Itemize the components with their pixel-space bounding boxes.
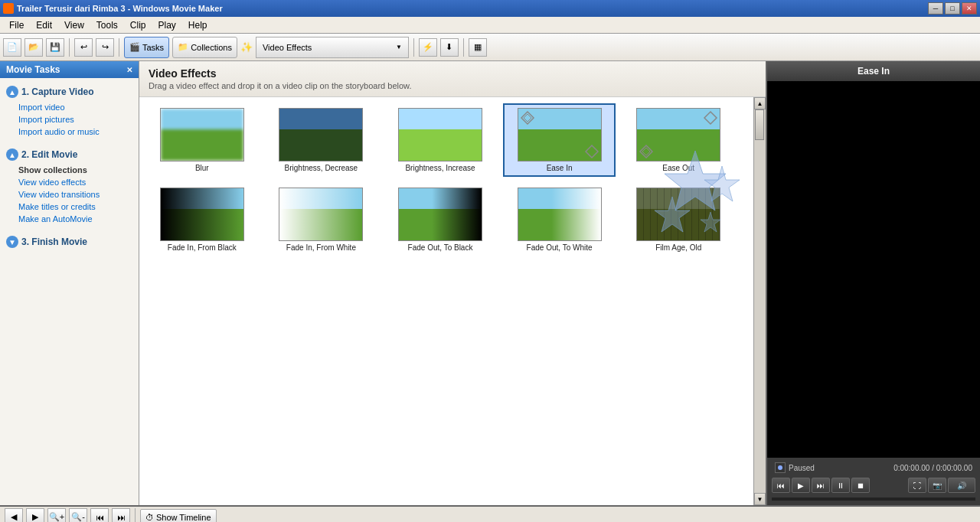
preview-skip-back-button[interactable]: ⏮ [772,478,790,493]
maximize-button[interactable]: □ [945,2,960,15]
tasks-button[interactable]: 🎬 Tasks [124,37,169,58]
preview-volume-button[interactable]: 🔊 [948,478,975,493]
redo-button[interactable]: ↪ [96,38,114,57]
toolbar: 📄 📂 💾 ↩ ↪ 🎬 Tasks 📁 Collections ✨ Video … [0,34,980,61]
import-button[interactable]: ⬇ [440,38,459,57]
ease-in-arrows-icon [520,110,535,126]
svg-marker-3 [704,112,717,124]
effect-ease-out[interactable]: Ease Out [622,103,735,177]
effect-brightness-increase[interactable]: Brightness, Increase [384,103,497,177]
edit-movie-section: ▲ 2. Edit Movie Show collections View vi… [0,141,139,228]
menu-item-file[interactable]: File [3,18,30,32]
make-automovie-link[interactable]: Make an AutoMovie [0,213,139,225]
fade-in-white-overlay [279,188,362,240]
effect-ease-in-thumb [518,108,602,161]
content-title: Video Effects [149,67,756,80]
tasks-label: Tasks [142,43,164,52]
preview-progress-bar[interactable] [772,498,975,501]
titlebar-title-area: Trailer Terusir dari Rimba 3 - Windows M… [3,3,223,14]
scroll-up-button[interactable]: ▲ [754,97,766,109]
capture-video-icon: ▲ [6,86,18,98]
preview-time-display: 0:00:00.00 / 0:00:00.00 [893,464,972,472]
save-button[interactable]: 💾 [46,38,64,57]
effect-fade-in-black[interactable]: Fade In, From Black [145,183,259,256]
effect-ease-in-label: Ease In [547,164,573,172]
effects-dropdown-label: Video Effects [263,43,312,52]
toolbar-separator-2 [119,38,119,57]
effect-fade-out-black[interactable]: Fade Out, To Black [384,183,497,256]
toolbar-separator-4 [463,38,464,57]
storyboard-back-button[interactable]: ◀ [5,508,23,523]
effect-ease-in[interactable]: Ease In [503,103,616,177]
effect-fade-in-black-thumb [160,188,244,241]
content-subtitle: Drag a video effect and drop it on a vid… [149,81,756,90]
open-button[interactable]: 📂 [24,38,43,57]
menu-item-tools[interactable]: Tools [90,18,124,32]
effect-fade-in-white[interactable]: Fade In, From White [265,183,378,256]
app-icon [3,3,14,14]
menu-item-help[interactable]: Help [182,18,214,32]
storyboard-separator [135,508,136,523]
storyboard-zoom-in-button[interactable]: 🔍+ [47,508,66,523]
menu-item-edit[interactable]: Edit [30,18,58,32]
fade-in-white-landscape [279,188,362,240]
capture-button[interactable]: ⚡ [419,38,437,57]
preview-fullscreen-button[interactable]: ⛶ [908,478,926,493]
menu-item-play[interactable]: Play [152,18,182,32]
effect-fade-out-white[interactable]: Fade Out, To White [503,183,616,256]
fade-out-white-landscape [518,188,601,240]
minimize-button[interactable]: ─ [928,2,943,15]
fade-out-black-landscape [399,188,482,240]
capture-video-title[interactable]: ▲ 1. Capture Video [0,81,139,101]
menu-item-view[interactable]: View [58,18,90,32]
svg-marker-2 [586,145,598,158]
capture-video-label: 1. Capture Video [21,86,93,97]
effect-film-age-old[interactable]: Film Age, Old [622,183,735,256]
view-video-effects-link[interactable]: View video effects [0,176,139,188]
effect-blur[interactable]: Blur [145,103,259,177]
preview-camera-button[interactable]: 📷 [928,478,946,493]
effects-dropdown-wrapper: ✨ Video Effects ▼ [240,37,409,58]
effect-film-age-old-thumb [636,188,720,241]
show-collections-link[interactable]: Show collections [0,164,139,176]
edit-movie-title[interactable]: ▲ 2. Edit Movie [0,144,139,164]
storyboard-prev-clip-button[interactable]: ⏮ [90,508,109,523]
view-transitions-link[interactable]: View video transitions [0,188,139,201]
make-titles-link[interactable]: Make titles or credits [0,201,139,213]
preview-controls: Paused 0:00:00.00 / 0:00:00.00 ⏮ ▶ ⏭ ⏸ ⏹… [767,458,980,505]
svg-marker-5 [642,148,650,155]
scroll-down-button[interactable]: ▼ [754,493,766,505]
new-button[interactable]: 📄 [3,38,21,57]
svg-marker-1 [524,114,531,122]
effect-fade-out-black-label: Fade Out, To Black [408,243,473,252]
effect-ease-out-label: Ease Out [662,164,694,172]
finish-movie-title[interactable]: ▼ 3. Finish Movie [0,231,139,251]
layout-button[interactable]: ▦ [469,38,487,57]
close-panel-button[interactable]: ✕ [126,66,132,74]
bright-landscape [399,109,482,161]
dropdown-arrow-icon: ▼ [396,44,402,51]
effect-brightness-decrease[interactable]: Brightness, Decrease [265,103,378,177]
titlebar: Trailer Terusir dari Rimba 3 - Windows M… [0,0,980,17]
preview-pause-button[interactable]: ⏸ [831,478,850,493]
undo-button[interactable]: ↩ [74,38,93,57]
scroll-thumb[interactable] [755,109,764,140]
import-pictures-link[interactable]: Import pictures [0,113,139,126]
finish-movie-label: 3. Finish Movie [21,237,87,247]
storyboard-forward-button[interactable]: ▶ [26,508,44,523]
collections-button[interactable]: 📁 Collections [172,37,237,58]
preview-play-button[interactable]: ▶ [792,478,810,493]
main-area: Movie Tasks ✕ ▲ 1. Capture Video Import … [0,61,980,505]
preview-skip-forward-button[interactable]: ⏭ [812,478,830,493]
close-button[interactable]: ✕ [962,2,977,15]
old-film-lines-overlay [637,188,720,240]
menu-item-clip[interactable]: Clip [124,18,152,32]
storyboard-zoom-out-button[interactable]: 🔍- [69,508,87,523]
import-audio-link[interactable]: Import audio or music [0,126,139,138]
preview-stop-button[interactable]: ⏹ [851,478,870,493]
edit-movie-label: 2. Edit Movie [21,149,77,160]
storyboard-next-clip-button[interactable]: ⏭ [112,508,130,523]
show-timeline-button[interactable]: ⏱ Show Timeline [140,509,217,523]
effects-dropdown[interactable]: Video Effects ▼ [256,37,409,58]
import-video-link[interactable]: Import video [0,101,139,113]
